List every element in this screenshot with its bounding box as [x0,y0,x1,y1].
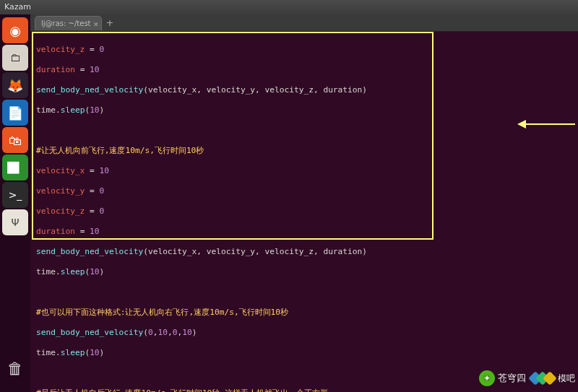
trash-icon[interactable]: 🗑 [2,355,28,381]
watermark: ✦ 苍穹四 模吧 [479,370,575,386]
calculator-icon[interactable]: █▌ [2,154,28,180]
launcher: ◉ 🗀 🦊 📄 🛍 █▌ >_ Ψ 🗑 [0,14,30,392]
tab-close-icon[interactable]: ✕ [93,18,99,32]
new-tab-button[interactable]: + [106,17,114,28]
document-icon[interactable]: 📄 [2,100,28,126]
watermark-logo-icon [530,370,556,386]
usb-drive-icon[interactable]: Ψ [2,209,28,235]
tab-title: lj@ras: ~/test [41,19,91,27]
watermark-text-1: 苍穹四 [498,372,526,385]
terminal-window: lj@ras: ~/test ✕ + velocity_z = 0 durati… [30,14,578,392]
dash-icon[interactable]: ◉ [2,17,28,43]
desktop: ◉ 🗀 🦊 📄 🛍 █▌ >_ Ψ 🗑 lj@ras: ~/test ✕ + v… [0,14,578,392]
code-area[interactable]: velocity_z = 0 duration = 10 send_body_n… [36,35,525,386]
files-icon[interactable]: 🗀 [2,45,28,71]
software-center-icon[interactable]: 🛍 [2,127,28,153]
arrow-annotation-icon [517,119,575,129]
terminal-tab[interactable]: lj@ras: ~/test ✕ [35,16,102,30]
firefox-icon[interactable]: 🦊 [2,72,28,98]
wechat-icon: ✦ [479,370,495,386]
tab-bar: lj@ras: ~/test ✕ + [30,14,578,32]
terminal-icon[interactable]: >_ [2,182,28,208]
watermark-text-2: 模吧 [558,373,575,385]
window-titlebar: Kazam [0,0,578,14]
